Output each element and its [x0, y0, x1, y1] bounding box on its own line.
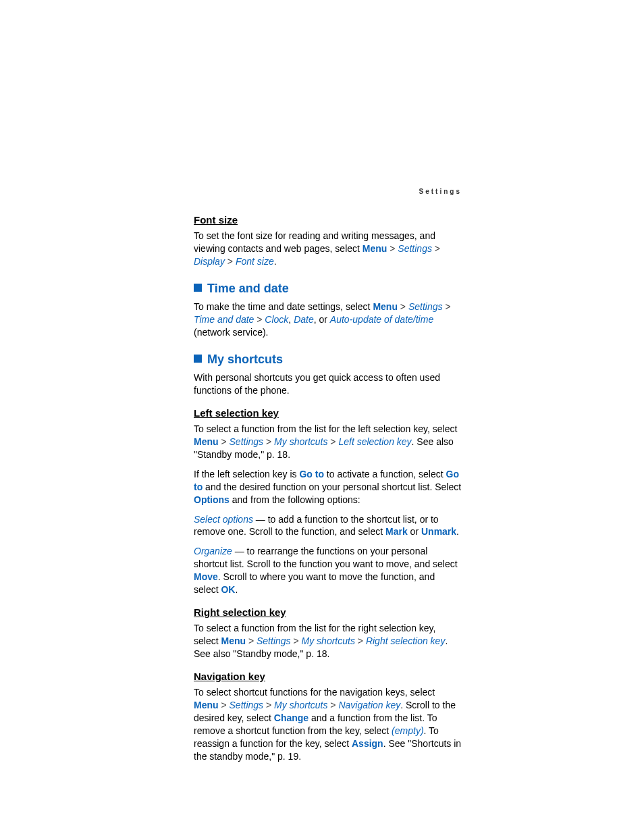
heading-text: Time and date [207, 282, 289, 295]
heading-text: My shortcuts [207, 353, 283, 366]
text: , or [314, 314, 330, 325]
rightselkey-link[interactable]: Right selection key [366, 635, 446, 646]
date-link[interactable]: Date [294, 314, 314, 325]
text: To make the time and date settings, sele… [194, 301, 373, 312]
heading-my-shortcuts: My shortcuts [194, 351, 462, 367]
text: or [408, 526, 421, 537]
heading-right-selection-key: Right selection key [194, 606, 462, 619]
paragraph: To set the font size for reading and wri… [194, 230, 462, 268]
text: . [235, 584, 238, 595]
text: and the desired function on your persona… [203, 481, 461, 492]
myshortcuts-link[interactable]: My shortcuts [302, 635, 355, 646]
breadcrumb-sep: > [263, 436, 274, 447]
breadcrumb-sep: > [219, 700, 230, 710]
breadcrumb-sep: > [387, 243, 398, 254]
ok-link[interactable]: OK [221, 584, 235, 595]
breadcrumb-sep: > [327, 436, 338, 447]
breadcrumb-sep: > [443, 301, 451, 312]
heading-font-size: Font size [194, 213, 462, 227]
text: , [288, 314, 294, 325]
myshortcuts-link[interactable]: My shortcuts [274, 436, 327, 447]
text: — to rearrange the functions on your per… [194, 546, 458, 569]
select-options-link[interactable]: Select options [194, 514, 253, 525]
options-link[interactable]: Options [194, 494, 230, 505]
leftselkey-link[interactable]: Left selection key [338, 436, 411, 447]
timeanddate-link[interactable]: Time and date [194, 314, 254, 325]
breadcrumb-sep: > [432, 243, 440, 254]
text: . [274, 256, 277, 267]
paragraph: To select a function from the list for t… [194, 622, 462, 660]
document-page: Settings Font size To set the font size … [0, 0, 644, 762]
text: To select shortcut functions for the nav… [194, 687, 435, 698]
paragraph: To select a function from the list for t… [194, 423, 462, 461]
running-header: Settings [419, 188, 462, 195]
paragraph: With personal shortcuts you get quick ac… [194, 371, 462, 397]
organize-link[interactable]: Organize [194, 546, 232, 556]
text: . [456, 526, 459, 537]
breadcrumb-sep: > [225, 256, 236, 267]
settings-link[interactable]: Settings [257, 635, 291, 646]
breadcrumb-sep: > [246, 635, 257, 646]
myshortcuts-link[interactable]: My shortcuts [274, 700, 327, 710]
breadcrumb-sep: > [219, 436, 230, 447]
breadcrumb-sep: > [263, 700, 274, 710]
text: To select a function from the list for t… [194, 423, 457, 434]
square-bullet-icon [194, 284, 202, 292]
text: to activate a function, select [324, 469, 446, 479]
text: (network service). [194, 327, 268, 338]
paragraph: If the left selection key is Go to to ac… [194, 468, 462, 506]
heading-left-selection-key: Left selection key [194, 407, 462, 420]
heading-time-and-date: Time and date [194, 280, 462, 296]
fontsize-link[interactable]: Font size [236, 256, 274, 267]
autoupdate-link[interactable]: Auto-update of date/time [330, 314, 433, 325]
breadcrumb-sep: > [254, 314, 265, 325]
mark-link[interactable]: Mark [385, 526, 408, 537]
page-content: Font size To set the font size for readi… [194, 188, 462, 762]
unmark-link[interactable]: Unmark [421, 526, 456, 537]
settings-link[interactable]: Settings [230, 700, 264, 710]
settings-link[interactable]: Settings [408, 301, 443, 312]
text: If the left selection key is [194, 469, 299, 479]
paragraph: To make the time and date settings, sele… [194, 301, 462, 339]
empty-link[interactable]: (empty) [392, 725, 423, 736]
settings-link[interactable]: Settings [230, 436, 264, 447]
menu-link[interactable]: Menu [194, 436, 219, 447]
change-link[interactable]: Change [274, 712, 308, 723]
heading-navigation-key: Navigation key [194, 670, 462, 683]
paragraph: Select options — to add a function to th… [194, 513, 462, 539]
menu-link[interactable]: Menu [373, 301, 398, 312]
display-link[interactable]: Display [194, 256, 225, 267]
paragraph: To select shortcut functions for the nav… [194, 686, 462, 762]
assign-link[interactable]: Assign [352, 738, 383, 749]
move-link[interactable]: Move [194, 571, 218, 582]
settings-link[interactable]: Settings [398, 243, 432, 254]
menu-link[interactable]: Menu [221, 635, 246, 646]
breadcrumb-sep: > [291, 635, 302, 646]
text: and from the following options: [230, 494, 360, 505]
navkey-link[interactable]: Navigation key [338, 700, 400, 710]
clock-link[interactable]: Clock [265, 314, 288, 325]
square-bullet-icon [194, 355, 202, 363]
paragraph: Organize — to rearrange the functions on… [194, 545, 462, 596]
menu-link[interactable]: Menu [363, 243, 387, 254]
goto-link[interactable]: Go to [299, 469, 324, 479]
menu-link[interactable]: Menu [194, 700, 219, 710]
breadcrumb-sep: > [327, 700, 338, 710]
breadcrumb-sep: > [355, 635, 366, 646]
breadcrumb-sep: > [398, 301, 408, 312]
